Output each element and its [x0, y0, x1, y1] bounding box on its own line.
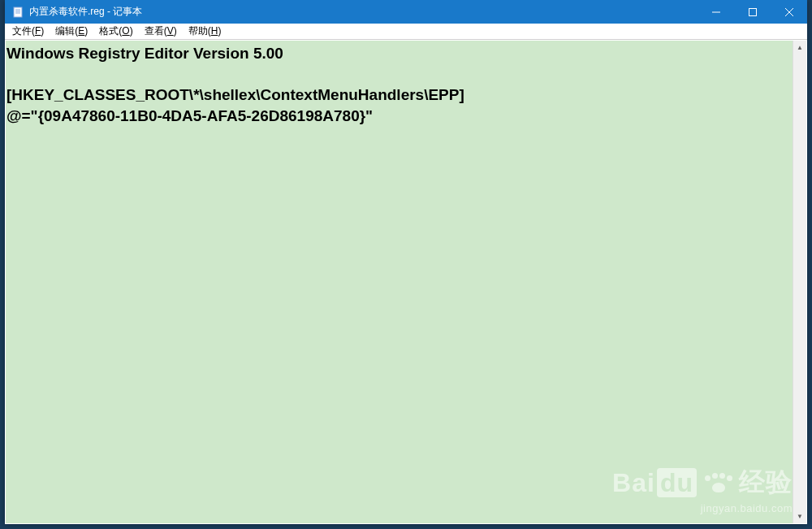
scroll-down-button[interactable]: ▼: [793, 509, 806, 523]
titlebar[interactable]: 内置杀毒软件.reg - 记事本: [5, 0, 807, 24]
editor-line: @="{09A47860-11B0-4DA5-AFA5-26D86198A780…: [6, 107, 373, 124]
editor-line: Windows Registry Editor Version 5.00: [6, 45, 283, 62]
vertical-scrollbar[interactable]: ▲ ▼: [793, 41, 806, 523]
app-icon: [11, 6, 24, 19]
minimize-button[interactable]: [698, 0, 734, 24]
window-title: 内置杀毒软件.reg - 记事本: [29, 5, 698, 19]
close-button[interactable]: [771, 0, 807, 24]
menu-view[interactable]: 查看(V): [139, 24, 183, 39]
menu-format[interactable]: 格式(O): [93, 24, 138, 39]
text-editor[interactable]: Windows Registry Editor Version 5.00 [HK…: [6, 41, 793, 523]
svg-rect-0: [14, 7, 22, 17]
notepad-window: 内置杀毒软件.reg - 记事本 文件(F) 编辑(E) 格式(O) 查看(V)…: [5, 0, 807, 524]
menu-file[interactable]: 文件(F): [6, 24, 50, 39]
menu-edit[interactable]: 编辑(E): [50, 24, 93, 39]
menu-help[interactable]: 帮助(H): [183, 24, 227, 39]
maximize-button[interactable]: [734, 0, 771, 24]
editor-container: Windows Registry Editor Version 5.00 [HK…: [5, 40, 807, 524]
window-controls: [698, 0, 807, 24]
svg-rect-5: [749, 8, 756, 15]
scroll-up-button[interactable]: ▲: [793, 41, 806, 54]
menubar: 文件(F) 编辑(E) 格式(O) 查看(V) 帮助(H): [5, 24, 807, 40]
editor-line: [HKEY_CLASSES_ROOT\*\shellex\ContextMenu…: [6, 86, 464, 103]
